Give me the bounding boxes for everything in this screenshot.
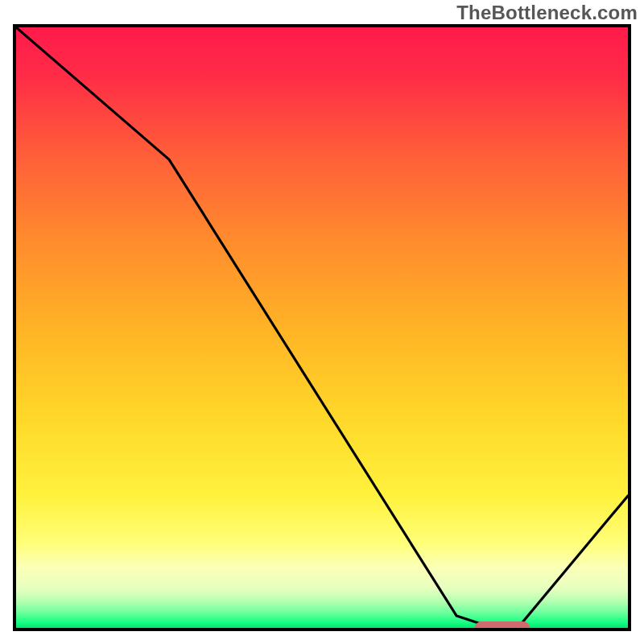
chart-container: TheBottleneck.com — [0, 0, 644, 644]
plot-frame — [13, 24, 631, 631]
curve-line — [16, 27, 628, 628]
watermark-text: TheBottleneck.com — [456, 2, 638, 24]
curve-path — [16, 27, 628, 628]
optimal-range-marker — [475, 621, 530, 631]
